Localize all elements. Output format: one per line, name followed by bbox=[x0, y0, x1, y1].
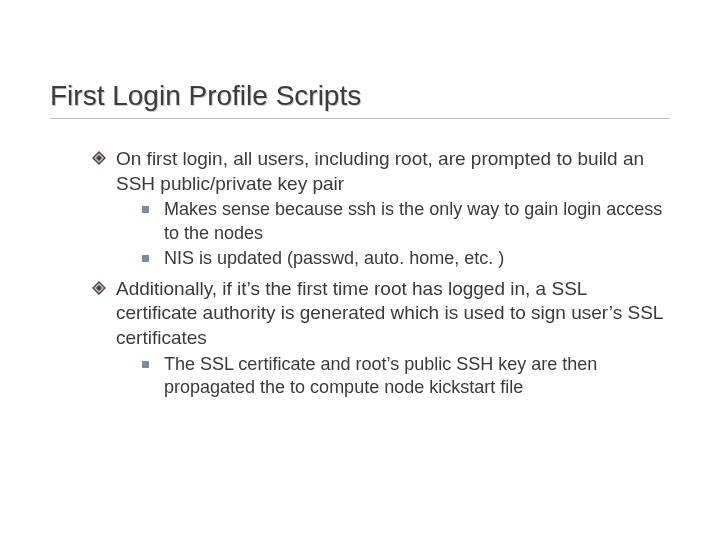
bullet-list: On first login, all users, including roo… bbox=[92, 147, 670, 399]
slide-body: On first login, all users, including roo… bbox=[50, 147, 670, 399]
square-icon bbox=[142, 255, 149, 262]
sub-list-item: The SSL certificate and root’s public SS… bbox=[142, 353, 670, 400]
sub-item-text: NIS is updated (passwd, auto. home, etc.… bbox=[164, 248, 504, 268]
slide-title: First Login Profile Scripts bbox=[50, 80, 670, 112]
list-item: On first login, all users, including roo… bbox=[92, 147, 670, 271]
list-item: Additionally, if it’s the first time roo… bbox=[92, 277, 670, 400]
sub-list: The SSL certificate and root’s public SS… bbox=[142, 353, 670, 400]
sub-list-item: Makes sense because ssh is the only way … bbox=[142, 198, 670, 245]
sub-list: Makes sense because ssh is the only way … bbox=[142, 198, 670, 270]
slide: First Login Profile Scripts On first log… bbox=[0, 0, 720, 540]
sub-item-text: The SSL certificate and root’s public SS… bbox=[164, 354, 597, 397]
sub-list-item: NIS is updated (passwd, auto. home, etc.… bbox=[142, 247, 670, 270]
title-rule bbox=[50, 118, 670, 119]
square-icon bbox=[142, 361, 149, 368]
list-item-text: Additionally, if it’s the first time roo… bbox=[116, 278, 663, 348]
sub-item-text: Makes sense because ssh is the only way … bbox=[164, 199, 662, 242]
diamond-icon bbox=[92, 151, 106, 165]
list-item-text: On first login, all users, including roo… bbox=[116, 148, 644, 194]
square-icon bbox=[142, 206, 149, 213]
diamond-icon bbox=[92, 281, 106, 295]
